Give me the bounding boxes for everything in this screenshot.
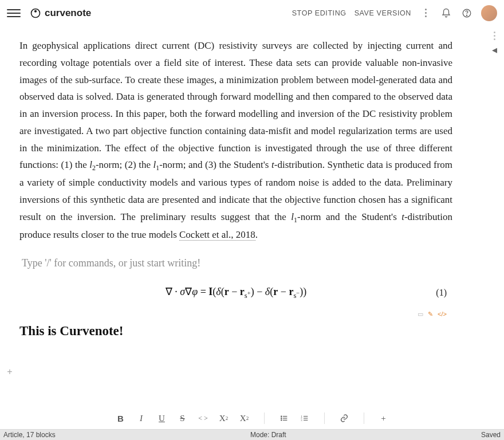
equation-number: (1) xyxy=(436,288,447,298)
code-button[interactable]: < > xyxy=(195,410,211,426)
status-right: Saved xyxy=(481,431,501,439)
notifications-icon[interactable] xyxy=(440,7,452,19)
underline-button[interactable]: U xyxy=(154,410,170,426)
status-bar: Article, 17 blocks Mode: Draft Saved xyxy=(0,429,504,440)
edit-icon[interactable]: ✎ xyxy=(428,311,433,318)
svg-point-6 xyxy=(281,418,281,418)
stop-editing-button[interactable]: STOP EDITING xyxy=(292,9,346,17)
superscript-button[interactable]: X2 xyxy=(237,410,253,426)
svg-point-4 xyxy=(281,416,281,417)
code-icon[interactable]: </> xyxy=(438,311,447,318)
logo[interactable]: curvenote xyxy=(30,7,91,19)
section-heading[interactable]: This is Curvenote! xyxy=(19,324,452,339)
save-version-button[interactable]: SAVE VERSION xyxy=(355,9,411,17)
italic-button[interactable]: I xyxy=(133,410,149,426)
right-options-icon[interactable] xyxy=(494,32,495,40)
logo-text: curvenote xyxy=(45,7,91,19)
format-toolbar: B I U S < > X2 X2 123 + xyxy=(0,407,504,430)
strikethrough-button[interactable]: S xyxy=(175,410,191,426)
equation-content: ∇ · σ∇φ = I(δ(r − rs+) − δ(r − rs−)) xyxy=(166,285,306,300)
user-avatar[interactable] xyxy=(481,5,497,21)
equation-toolbar: ▭ ✎ </> xyxy=(19,311,447,318)
svg-point-3 xyxy=(466,15,467,15)
svg-text:3: 3 xyxy=(301,419,302,422)
right-rail: ◂ xyxy=(485,26,504,440)
abstract-paragraph[interactable]: In geophysical applications direct curre… xyxy=(19,37,452,243)
more-options-icon[interactable] xyxy=(419,7,432,19)
insert-button[interactable]: + xyxy=(376,410,392,426)
status-center: Mode: Draft xyxy=(250,431,286,439)
app-header: curvenote STOP EDITING SAVE VERSION xyxy=(0,0,504,26)
svg-point-8 xyxy=(281,420,281,421)
svg-point-1 xyxy=(34,10,37,12)
new-block-placeholder[interactable]: Type '/' for commands, or just start wri… xyxy=(22,257,452,269)
status-left: Article, 17 blocks xyxy=(3,431,56,439)
bullet-list-button[interactable] xyxy=(276,410,292,426)
add-block-button[interactable]: + xyxy=(5,367,15,377)
hamburger-menu-icon[interactable] xyxy=(7,6,21,20)
bold-button[interactable]: B xyxy=(113,410,129,426)
subscript-button[interactable]: X2 xyxy=(216,410,232,426)
help-icon[interactable] xyxy=(460,7,473,19)
left-gutter: + xyxy=(0,26,17,440)
curvenote-logo-icon xyxy=(30,7,41,19)
link-button[interactable] xyxy=(336,410,352,426)
equation-block[interactable]: ∇ · σ∇φ = I(δ(r − rs+) − δ(r − rs−)) (1) xyxy=(19,285,452,300)
numbered-list-button[interactable]: 123 xyxy=(297,410,313,426)
article-body: In geophysical applications direct curre… xyxy=(17,26,458,339)
preview-icon[interactable]: ▭ xyxy=(418,311,423,318)
collapse-panel-icon[interactable]: ◂ xyxy=(492,44,497,56)
header-actions: STOP EDITING SAVE VERSION xyxy=(292,5,497,21)
